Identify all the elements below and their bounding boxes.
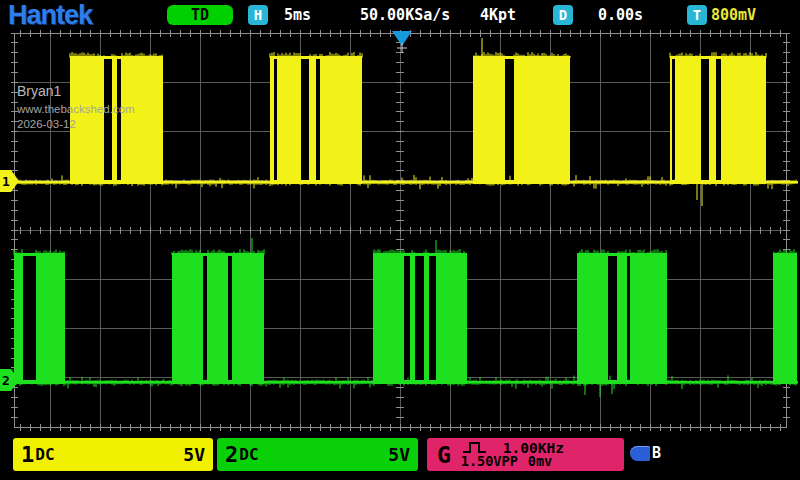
trigger-position-marker[interactable] bbox=[392, 31, 412, 53]
channel2-coupling: DC bbox=[239, 445, 258, 464]
channel2-volts-per-div: 5V bbox=[388, 444, 410, 465]
usb-drive-letter: B bbox=[652, 444, 661, 462]
channel2-trace bbox=[14, 238, 798, 397]
scope-screen: 12 bbox=[0, 0, 800, 480]
channel1-volts-per-div: 5V bbox=[183, 444, 205, 465]
acquisition-mode-badge: TD bbox=[167, 5, 233, 25]
horizontal-badge[interactable]: H bbox=[248, 5, 268, 25]
trigger-level-readout[interactable]: 800mV bbox=[711, 7, 756, 23]
trigger-badge[interactable]: T bbox=[687, 5, 707, 25]
delay-badge[interactable]: D bbox=[553, 5, 573, 25]
generator-offset: 0mv bbox=[528, 455, 552, 469]
sample-rate-readout: 50.00KSa/s bbox=[360, 7, 450, 23]
channel2-info-box[interactable]: 2 DC 5V bbox=[217, 438, 418, 471]
svg-text:1: 1 bbox=[2, 174, 10, 189]
usb-device-indicator: B bbox=[630, 444, 661, 462]
oscilloscope-screen: 12 Hantek TD H 5ms 50.00KSa/s 4Kpt D 0.0… bbox=[0, 0, 800, 480]
generator-label: G bbox=[437, 442, 451, 468]
timebase-readout[interactable]: 5ms bbox=[284, 7, 311, 23]
website-text: www.thebackshed.com bbox=[17, 104, 135, 116]
svg-text:2: 2 bbox=[2, 373, 10, 388]
user-id-overlay: Bryan1 www.thebackshed.com 2026-03-12 bbox=[17, 84, 135, 133]
channel1-info-box[interactable]: 1 DC 5V bbox=[13, 438, 213, 471]
channel1-coupling: DC bbox=[35, 445, 54, 464]
bottom-status-bar: 1 DC 5V 2 DC 5V G 1.00KHz 1.50VPP 0mv bbox=[0, 432, 800, 480]
generator-amplitude: 1.50VPP bbox=[461, 455, 518, 469]
date-text: 2026-03-12 bbox=[17, 119, 135, 131]
usb-icon bbox=[630, 446, 650, 461]
top-status-bar: Hantek TD H 5ms 50.00KSa/s 4Kpt D 0.00s … bbox=[0, 0, 800, 30]
trigger-delay-readout[interactable]: 0.00s bbox=[598, 7, 643, 23]
user-name-text: Bryan1 bbox=[17, 84, 135, 98]
channel2-number: 2 bbox=[225, 442, 238, 467]
channel1-number: 1 bbox=[21, 442, 34, 467]
generator-info-box[interactable]: G 1.00KHz 1.50VPP 0mv bbox=[427, 438, 624, 471]
hantek-logo: Hantek bbox=[8, 0, 92, 30]
channel1-position-marker[interactable]: 1 bbox=[0, 170, 19, 192]
memory-depth-readout: 4Kpt bbox=[480, 7, 516, 23]
